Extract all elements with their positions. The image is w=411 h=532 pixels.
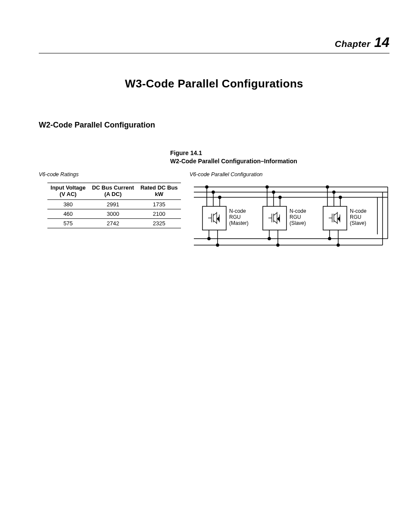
figure-title: W2-Code Parallel Configuration–Informati… (170, 158, 297, 165)
rgu-1-l1: N-code (290, 208, 306, 214)
cell: 3000 (89, 209, 137, 218)
parallel-config-diagram: N-code RGU (Master) N-code RGU (Slave) N… (190, 183, 392, 256)
diagram-subhead: V6-code Parallel Configuration (190, 171, 392, 177)
rgu-0-l3: (Master) (229, 220, 249, 226)
ratings-col-1-l1: DC Bus Current (92, 184, 134, 191)
svg-point-11 (218, 196, 221, 199)
svg-point-62 (268, 237, 271, 240)
svg-rect-24 (202, 206, 226, 230)
svg-point-65 (277, 244, 279, 246)
ratings-header-row: Input Voltage (V AC) DC Bus Current (A D… (47, 183, 181, 199)
rgu-1-l2: RGU (290, 214, 301, 220)
cell: 2991 (89, 199, 137, 209)
ratings-col-2-l1: Rated DC Bus (140, 184, 178, 191)
figure-number: Figure 14.1 (170, 149, 202, 156)
chapter-heading: Chapter 14 (39, 34, 389, 50)
cell: 460 (47, 209, 89, 218)
ratings-col-2-l2: kW (155, 191, 164, 197)
chapter-number: 14 (374, 34, 389, 50)
page-title: W3-Code Parallel Configurations (39, 77, 389, 90)
ratings-col-1-l2: (A DC) (104, 191, 121, 197)
cell: 2325 (137, 218, 181, 228)
section-heading: W2-Code Parallel Configuration (39, 121, 389, 130)
svg-point-63 (328, 237, 331, 240)
svg-point-15 (266, 186, 268, 188)
svg-point-23 (339, 196, 342, 199)
svg-point-9 (206, 186, 208, 188)
ratings-subhead: V6-code Ratings (39, 171, 190, 177)
svg-point-17 (279, 196, 281, 199)
ratings-col-0-l2: (V AC) (59, 191, 76, 197)
svg-point-64 (216, 244, 219, 246)
cell: 1735 (137, 199, 181, 209)
ratings-table: Input Voltage (V AC) DC Bus Current (A D… (47, 183, 181, 228)
svg-point-21 (326, 186, 329, 188)
svg-rect-26 (323, 206, 347, 230)
ratings-col-2: Rated DC Bus kW (137, 183, 181, 199)
chapter-word: Chapter (335, 39, 371, 49)
svg-rect-25 (263, 206, 286, 230)
ratings-col-0: Input Voltage (V AC) (47, 183, 89, 199)
svg-point-10 (212, 191, 215, 193)
table-row: 575 2742 2325 (47, 218, 181, 228)
rgu-2-l1: N-code (350, 208, 367, 214)
ratings-col-0-l1: Input Voltage (50, 184, 85, 191)
cell: 2100 (137, 209, 181, 218)
chapter-rule (39, 53, 389, 53)
rgu-0-l1: N-code (229, 208, 246, 214)
ratings-col-1: DC Bus Current (A DC) (89, 183, 137, 199)
cell: 2742 (89, 218, 137, 228)
rgu-2-l3: (Slave) (350, 220, 366, 226)
cell: 380 (47, 199, 89, 209)
cell: 575 (47, 218, 89, 228)
rgu-2-l2: RGU (350, 214, 361, 220)
svg-point-16 (272, 191, 275, 193)
svg-point-22 (333, 191, 335, 193)
rgu-0-l2: RGU (229, 214, 241, 220)
rgu-1-l3: (Slave) (290, 220, 306, 226)
figure-caption: Figure 14.1 W2-Code Parallel Configurati… (170, 149, 389, 165)
table-row: 460 3000 2100 (47, 209, 181, 218)
svg-point-61 (208, 237, 210, 240)
table-row: 380 2991 1735 (47, 199, 181, 209)
svg-point-66 (337, 244, 339, 246)
